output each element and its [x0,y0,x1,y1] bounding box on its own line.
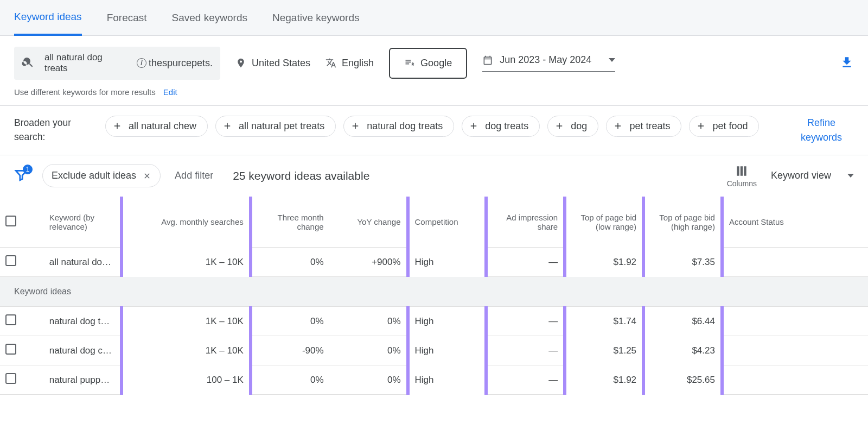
exclude-adult-pill[interactable]: Exclude adult ideas [42,164,161,187]
chip-label: pet treats [629,121,670,132]
columns-icon [735,164,749,178]
broaden-chip[interactable]: pet treats [606,116,681,137]
col-bid-high[interactable]: Top of page bid (high range) [643,197,722,248]
filter-button[interactable]: 1 [14,168,28,184]
exclude-label: Exclude adult ideas [52,170,136,181]
language-label: English [342,58,374,69]
plus-icon [696,121,706,131]
add-filter-button[interactable]: Add filter [175,170,213,181]
broaden-chip[interactable]: natural dog treats [343,116,454,137]
col-keyword[interactable]: Keyword (by relevance) [44,197,122,248]
account-status-cell [722,248,868,277]
broaden-row: Broaden your search: all natural chewall… [0,106,868,155]
refine-keywords-link[interactable]: Refine keywords [789,116,854,145]
row-checkbox[interactable] [5,314,16,325]
col-three-month[interactable]: Three month change [251,197,329,248]
table-row[interactable]: natural dog t…1K – 10K0%0%High—$1.74$6.4… [0,307,868,336]
avg-searches-cell: 1K – 10K [122,307,251,336]
competition-cell: High [408,248,487,277]
col-yoy[interactable]: YoY change [329,197,408,248]
three-month-cell: 0% [251,248,329,277]
language-selector[interactable]: English [326,58,374,69]
tab-keyword-ideas[interactable]: Keyword ideas [14,0,82,36]
table-row[interactable]: all natural do…1K – 10K0%+900%High—$1.92… [0,248,868,277]
yoy-cell: 0% [329,336,408,365]
chip-label: all natural pet treats [239,121,324,132]
avg-searches-cell: 1K – 10K [122,248,251,277]
row-checkbox[interactable] [5,344,16,355]
three-month-cell: -90% [251,336,329,365]
yoy-cell: +900% [329,248,408,277]
col-avg-searches[interactable]: Avg. monthly searches [122,197,251,248]
select-all-checkbox[interactable] [5,216,16,226]
tab-forecast[interactable]: Forecast [107,1,147,35]
parameter-row: all natural dog treats i thespurcepets. … [0,36,868,84]
col-account-status[interactable]: Account Status [722,197,868,248]
site-filter[interactable]: i thespurcepets. [137,58,213,69]
network-selector[interactable]: Google [389,48,467,79]
table-row[interactable]: natural pupp…100 – 1K0%0%High—$1.92$25.6… [0,365,868,395]
search-icon [22,56,35,71]
impression-cell: — [486,307,565,336]
avg-searches-cell: 100 – 1K [122,365,251,395]
translate-icon [326,58,336,68]
yoy-cell: 0% [329,365,408,395]
download-icon [840,55,854,70]
competition-cell: High [408,365,487,395]
tab-saved-keywords[interactable]: Saved keywords [172,1,247,35]
broaden-chip[interactable]: dog [547,116,598,137]
broaden-chip[interactable]: all natural chew [105,116,208,137]
ideas-count: 25 keyword ideas available [233,169,369,182]
download-button[interactable] [840,55,854,71]
broaden-chip[interactable]: all natural pet treats [215,116,336,137]
broaden-chip[interactable]: pet food [689,116,759,137]
account-status-cell [722,307,868,336]
keyword-cell: natural dog t… [49,316,114,327]
edit-link[interactable]: Edit [163,87,177,97]
calendar-icon [482,55,493,66]
columns-button[interactable]: Columns [727,164,757,188]
broaden-chip[interactable]: dog treats [462,116,540,137]
yoy-cell: 0% [329,307,408,336]
site-label: thespurcepets. [149,58,213,69]
col-bid-low[interactable]: Top of page bid (low range) [565,197,643,248]
close-icon[interactable] [143,172,151,180]
bid-high-cell: $4.23 [643,336,722,365]
section-header-row: Keyword ideas [0,277,868,307]
keyword-cell: natural dog c… [49,345,114,356]
table-row[interactable]: natural dog c…1K – 10K-90%0%High—$1.25$4… [0,336,868,365]
plus-icon [222,121,232,131]
keyword-cell: all natural do… [49,257,114,268]
competition-cell: High [408,336,487,365]
date-range-selector[interactable]: Jun 2023 - May 2024 [482,54,615,72]
location-label: United States [252,58,310,69]
bid-low-cell: $1.74 [565,307,643,336]
chevron-down-icon [609,58,615,62]
chip-label: all natural chew [129,121,196,132]
filter-row: 1 Exclude adult ideas Add filter 25 keyw… [0,155,868,197]
impression-cell: — [486,336,565,365]
broaden-chips: all natural chewall natural pet treatsna… [105,116,774,137]
search-input[interactable]: all natural dog treats [44,52,127,74]
three-month-cell: 0% [251,307,329,336]
plus-icon [350,121,360,131]
chip-label: dog [571,121,587,132]
tab-negative-keywords[interactable]: Negative keywords [272,1,360,35]
date-range-label: Jun 2023 - May 2024 [500,54,591,66]
top-tabs: Keyword ideas Forecast Saved keywords Ne… [0,0,868,36]
table-header-row: Keyword (by relevance) Avg. monthly sear… [0,197,868,248]
col-competition[interactable]: Competition [408,197,487,248]
row-checkbox[interactable] [5,373,16,384]
keyword-view-dropdown[interactable]: Keyword view [771,170,854,181]
chip-label: dog treats [485,121,528,132]
keyword-cell: natural pupp… [49,375,114,386]
location-selector[interactable]: United States [235,58,310,69]
info-icon: i [137,58,146,68]
col-impression-share[interactable]: Ad impression share [486,197,565,248]
hint-row: Use different keywords for more results … [0,84,868,106]
bid-high-cell: $25.65 [643,365,722,395]
search-box[interactable]: all natural dog treats i thespurcepets. [14,47,220,80]
row-checkbox[interactable] [5,255,16,266]
account-status-cell [722,365,868,395]
plus-icon [112,121,122,131]
